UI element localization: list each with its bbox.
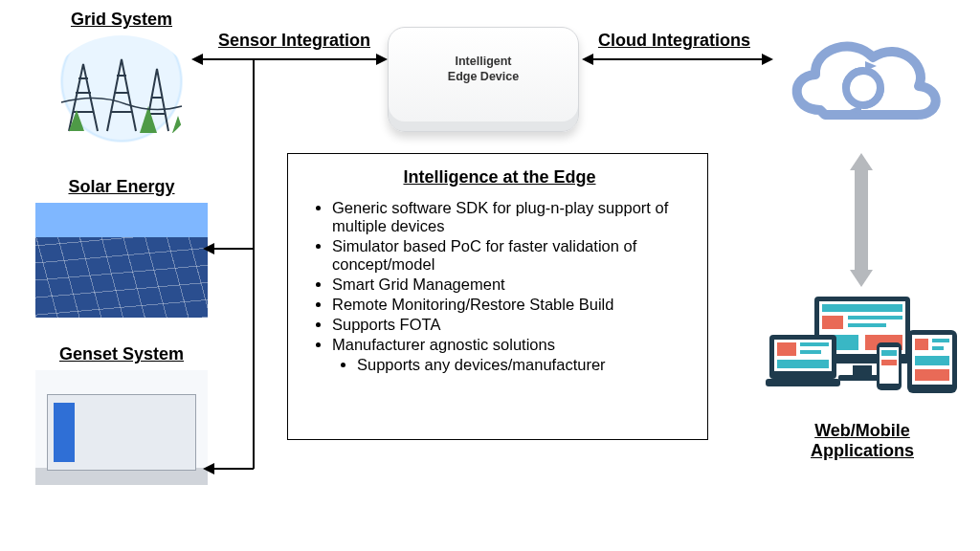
svg-rect-15: [853, 365, 872, 375]
intelligence-box-title: Intelligence at the Edge: [311, 167, 688, 187]
bullet-item: Smart Grid Management: [332, 276, 688, 294]
cloud-integrations-arrow: [582, 50, 773, 69]
cloud-integrations-label: Cloud Integrations: [598, 31, 750, 51]
sub-bullet-item: Supports any devices/manufacturer: [357, 356, 688, 374]
svg-rect-38: [932, 346, 944, 350]
svg-marker-51: [203, 463, 214, 474]
svg-rect-25: [766, 379, 840, 386]
apps-label-line1: Web/Mobile: [814, 421, 910, 440]
bullet-item: Supports FOTA: [332, 316, 688, 334]
bullet-item: Simulator based PoC for faster validatio…: [332, 237, 688, 274]
solar-panels-icon: [35, 203, 208, 318]
svg-rect-18: [822, 316, 843, 329]
left-sources-column: Grid System Solar Energy Genset System: [31, 10, 212, 485]
svg-rect-19: [848, 316, 902, 320]
svg-rect-32: [881, 350, 897, 356]
intelligence-bullet-list: Generic software SDK for plug-n-play sup…: [311, 199, 688, 374]
apps-label: Web/Mobile Applications: [762, 421, 963, 461]
genset-block: Genset System: [31, 344, 212, 485]
genset-icon: [35, 370, 208, 485]
grid-system-label: Grid System: [31, 10, 212, 30]
apps-label-line2: Applications: [811, 441, 914, 460]
solar-energy-label: Solar Energy: [31, 177, 212, 197]
solar-block: Solar Energy: [31, 177, 212, 318]
svg-marker-54: [850, 270, 873, 287]
svg-rect-20: [848, 323, 886, 327]
svg-marker-46: [762, 54, 773, 65]
device-text-line1: Intelligent: [389, 55, 578, 70]
sensor-integration-label: Sensor Integration: [218, 31, 370, 51]
svg-rect-36: [915, 339, 928, 350]
svg-rect-37: [932, 339, 949, 342]
grid-system-icon: [50, 35, 193, 150]
cloud-icon-wrap: [768, 19, 959, 147]
sensor-branch-arrow: [201, 57, 263, 488]
svg-marker-53: [850, 153, 873, 170]
svg-rect-29: [777, 360, 829, 368]
svg-rect-39: [915, 356, 949, 365]
bullet-item: Generic software SDK for plug-n-play sup…: [332, 199, 688, 235]
svg-rect-28: [800, 350, 821, 354]
bullet-item: Manufacturer agnostic solutions Supports…: [332, 336, 688, 374]
bullet-item-text: Manufacturer agnostic solutions: [332, 336, 555, 353]
svg-rect-27: [800, 342, 829, 346]
cloud-to-apps-arrow: [842, 153, 880, 287]
svg-rect-17: [822, 304, 902, 312]
apps-icon-wrap: Web/Mobile Applications: [762, 287, 963, 461]
edge-device-icon: Intelligent Edge Device: [388, 27, 579, 132]
svg-marker-49: [203, 243, 214, 254]
genset-system-label: Genset System: [31, 344, 212, 364]
cloud-sync-icon: [777, 19, 949, 143]
svg-rect-26: [777, 342, 796, 356]
devices-apps-icon: [762, 287, 963, 411]
svg-rect-33: [881, 360, 897, 365]
svg-marker-10: [172, 116, 184, 133]
device-text-line2: Edge Device: [389, 70, 578, 85]
svg-rect-40: [915, 369, 949, 381]
svg-marker-43: [376, 54, 388, 65]
intelligence-box: Intelligence at the Edge Generic softwar…: [287, 153, 708, 440]
bullet-item: Remote Monitoring/Restore Stable Build: [332, 296, 688, 314]
svg-marker-45: [582, 54, 593, 65]
